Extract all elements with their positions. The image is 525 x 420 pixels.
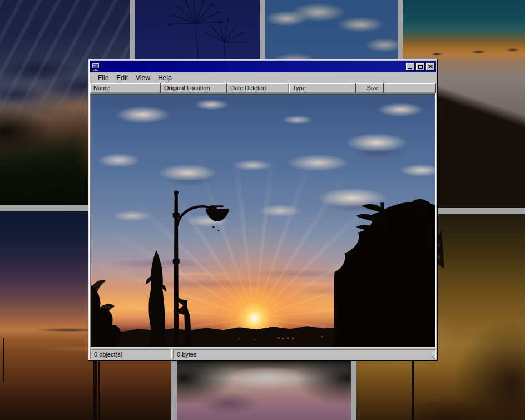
column-header-filler	[384, 83, 436, 93]
photo-silhouettes	[91, 95, 435, 347]
desktop: File Edit View Help Name Original Locati…	[0, 0, 525, 420]
content-photo-sunset-lamp	[91, 95, 435, 347]
column-headers: Name Original Location Date Deleted Type…	[90, 83, 436, 93]
recycle-bin-window: File Edit View Help Name Original Locati…	[88, 59, 438, 361]
titlebar[interactable]	[90, 61, 436, 72]
wooden-pole	[93, 351, 97, 420]
maximize-icon	[418, 65, 423, 69]
close-button[interactable]	[426, 63, 435, 71]
status-objects: 0 object(s)	[90, 349, 172, 359]
minimize-icon	[408, 68, 412, 69]
list-viewport[interactable]	[90, 93, 436, 348]
statusbar: 0 object(s) 0 bytes	[90, 348, 436, 359]
close-icon	[428, 65, 433, 68]
column-header-original-location[interactable]: Original Location	[161, 83, 227, 93]
column-header-date-deleted[interactable]: Date Deleted	[227, 83, 289, 93]
resize-grip[interactable]	[428, 352, 435, 359]
foreground-bush	[91, 285, 121, 347]
menubar: File Edit View Help	[90, 72, 436, 83]
column-header-size[interactable]: Size	[356, 83, 384, 93]
maximize-button[interactable]	[416, 63, 425, 71]
column-header-name[interactable]: Name	[90, 83, 161, 93]
menu-help[interactable]: Help	[154, 73, 176, 83]
column-header-type[interactable]: Type	[289, 83, 356, 93]
menu-edit[interactable]: Edit	[112, 73, 132, 83]
status-bytes: 0 bytes	[173, 349, 436, 359]
wooden-pole	[98, 354, 100, 420]
minimize-button[interactable]	[406, 63, 415, 71]
wooden-pole	[3, 338, 4, 382]
computer-window-icon	[92, 63, 100, 71]
menu-file[interactable]: File	[94, 73, 112, 83]
menu-view[interactable]: View	[132, 73, 154, 83]
street-lamp	[173, 190, 229, 347]
